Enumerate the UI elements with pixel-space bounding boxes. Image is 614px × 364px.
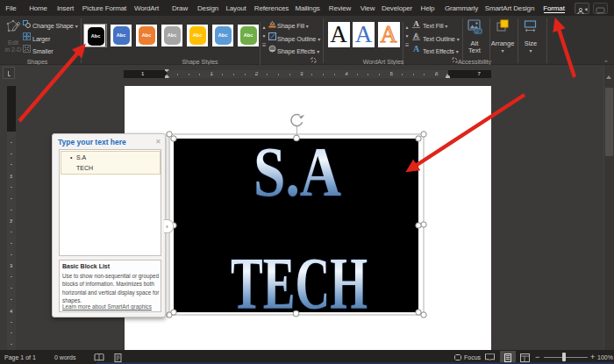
svg-text:S.A: S.A: [253, 133, 341, 211]
